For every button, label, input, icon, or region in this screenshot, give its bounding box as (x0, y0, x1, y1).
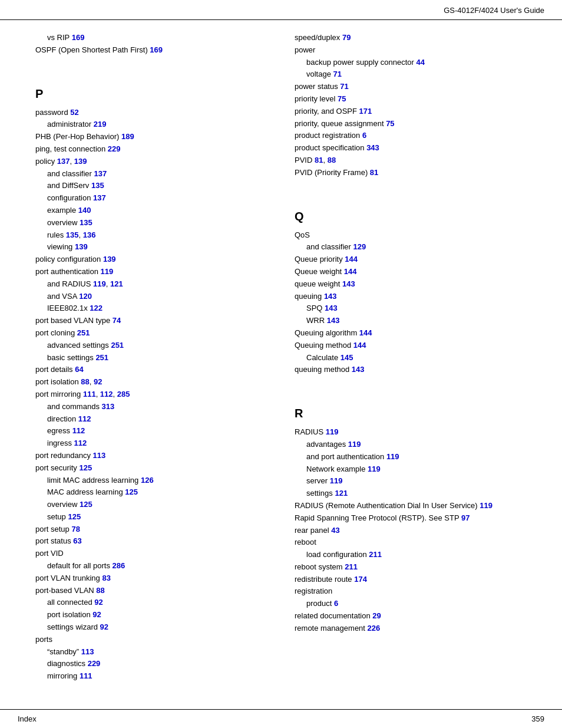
link-169[interactable]: 169 (72, 33, 85, 42)
link-144d[interactable]: 144 (353, 341, 366, 350)
link-119f[interactable]: 119 (368, 465, 381, 473)
link-111b[interactable]: 111 (80, 671, 92, 680)
link-143c[interactable]: 143 (325, 304, 338, 312)
link-171[interactable]: 171 (359, 107, 372, 116)
link-137a[interactable]: 137 (57, 157, 70, 166)
link-143b[interactable]: 143 (324, 292, 337, 301)
link-120[interactable]: 120 (79, 292, 92, 301)
link-211b[interactable]: 211 (345, 562, 358, 571)
link-88c[interactable]: 88 (328, 156, 336, 164)
link-143a[interactable]: 143 (342, 279, 355, 288)
link-189[interactable]: 189 (121, 132, 134, 141)
link-88b[interactable]: 88 (96, 586, 104, 595)
link-92d[interactable]: 92 (100, 622, 108, 631)
link-92b[interactable]: 92 (94, 598, 103, 607)
link-135c[interactable]: 135 (66, 230, 79, 239)
link-6b[interactable]: 6 (334, 599, 338, 608)
list-item: queuing method 143 (295, 364, 542, 376)
link-144b[interactable]: 144 (344, 267, 357, 276)
link-112d[interactable]: 112 (74, 439, 87, 447)
link-174[interactable]: 174 (354, 575, 367, 584)
link-251a[interactable]: 251 (77, 328, 90, 337)
link-44[interactable]: 44 (416, 58, 424, 67)
link-313[interactable]: 313 (102, 402, 115, 411)
link-112b[interactable]: 112 (78, 414, 91, 423)
link-229a[interactable]: 229 (108, 144, 121, 153)
link-75b[interactable]: 75 (386, 119, 394, 128)
link-122[interactable]: 122 (90, 304, 103, 312)
link-29[interactable]: 29 (372, 611, 381, 620)
link-125a[interactable]: 125 (79, 463, 92, 472)
link-81b[interactable]: 81 (370, 168, 378, 177)
link-6a[interactable]: 6 (362, 131, 366, 140)
link-219[interactable]: 219 (94, 120, 107, 129)
link-52[interactable]: 52 (70, 108, 78, 117)
link-211a[interactable]: 211 (369, 550, 382, 559)
link-251c[interactable]: 251 (95, 353, 108, 362)
list-item: administrator 219 (47, 118, 277, 131)
list-item: port based VLAN type 74 (35, 315, 277, 327)
link-143e[interactable]: 143 (352, 365, 365, 374)
link-145[interactable]: 145 (340, 353, 353, 362)
link-229b[interactable]: 229 (88, 659, 101, 668)
link-121a[interactable]: 121 (110, 279, 123, 288)
link-125c[interactable]: 125 (80, 500, 92, 509)
link-78[interactable]: 78 (71, 525, 80, 533)
link-92a[interactable]: 92 (94, 377, 102, 386)
link-112c[interactable]: 112 (72, 426, 85, 435)
link-169b[interactable]: 169 (150, 45, 163, 54)
link-139a[interactable]: 139 (74, 157, 87, 166)
link-63[interactable]: 63 (73, 536, 81, 545)
link-121b[interactable]: 121 (335, 489, 348, 498)
link-126[interactable]: 126 (141, 476, 154, 485)
link-137b[interactable]: 137 (94, 169, 107, 178)
link-119e[interactable]: 119 (386, 452, 399, 461)
link-119b[interactable]: 119 (93, 279, 106, 288)
link-343[interactable]: 343 (366, 143, 379, 152)
link-75a[interactable]: 75 (338, 94, 346, 103)
link-119d[interactable]: 119 (348, 440, 361, 449)
link-139b[interactable]: 139 (75, 242, 88, 251)
link-113a[interactable]: 113 (93, 451, 106, 460)
link-136[interactable]: 136 (83, 230, 96, 239)
link-135a[interactable]: 135 (91, 181, 104, 190)
link-113b[interactable]: 113 (81, 647, 94, 656)
link-144a[interactable]: 144 (345, 255, 358, 263)
link-144c[interactable]: 144 (359, 328, 372, 337)
link-64[interactable]: 64 (75, 365, 83, 374)
link-71b[interactable]: 71 (340, 82, 348, 91)
link-97[interactable]: 97 (461, 513, 470, 522)
link-71a[interactable]: 71 (333, 70, 342, 78)
list-item: viewing 139 (47, 241, 277, 253)
list-item: server 119 (306, 475, 542, 487)
link-125b[interactable]: 125 (125, 487, 138, 496)
link-143d[interactable]: 143 (327, 316, 340, 325)
link-88a[interactable]: 88 (81, 377, 89, 386)
link-285[interactable]: 285 (117, 390, 130, 398)
link-140[interactable]: 140 (78, 206, 91, 215)
list-item: OSPF (Open Shortest Path First) 169 (35, 44, 277, 57)
list-item: and port authentication 119 (306, 451, 542, 463)
link-226[interactable]: 226 (368, 624, 381, 633)
list-item: port details 64 (35, 364, 277, 376)
link-43[interactable]: 43 (331, 526, 339, 535)
link-83[interactable]: 83 (102, 574, 110, 582)
link-286[interactable]: 286 (113, 561, 125, 570)
link-125d[interactable]: 125 (68, 512, 81, 521)
link-81a[interactable]: 81 (315, 156, 323, 164)
list-item: example 140 (47, 205, 277, 217)
link-119g[interactable]: 119 (330, 476, 343, 485)
link-135b[interactable]: 135 (80, 218, 92, 227)
link-137c[interactable]: 137 (93, 193, 106, 202)
link-79[interactable]: 79 (342, 33, 351, 42)
link-139c[interactable]: 139 (103, 255, 116, 263)
link-92c[interactable]: 92 (92, 610, 101, 619)
link-119a[interactable]: 119 (101, 267, 114, 276)
link-119c[interactable]: 119 (326, 427, 339, 436)
link-112a[interactable]: 112 (100, 390, 113, 398)
link-111a[interactable]: 111 (83, 390, 96, 398)
link-119h[interactable]: 119 (480, 501, 492, 510)
link-251b[interactable]: 251 (111, 341, 124, 350)
link-74a[interactable]: 74 (113, 316, 121, 325)
link-129[interactable]: 129 (353, 242, 366, 251)
